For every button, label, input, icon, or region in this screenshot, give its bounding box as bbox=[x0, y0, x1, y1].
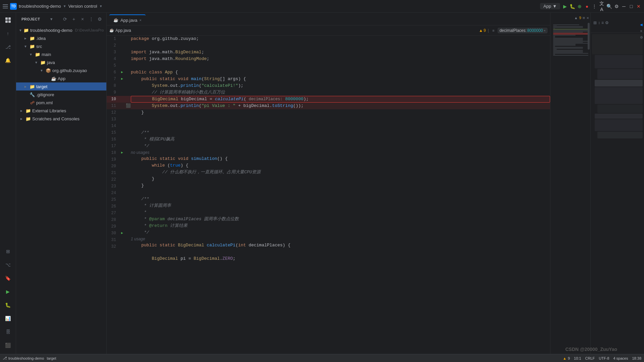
inline-hint-box[interactable]: decimalPlaces: 8000000 × bbox=[498, 28, 547, 33]
tree-path: D:\Devel\JavaPro bbox=[75, 28, 104, 32]
version-control-menu[interactable]: Version control bbox=[68, 4, 97, 9]
database-icon[interactable]: 🗄 bbox=[2, 326, 14, 338]
svg-rect-2 bbox=[5, 20, 8, 23]
linenum-14: 14 bbox=[107, 123, 119, 129]
minimap-close-icon[interactable]: × bbox=[586, 15, 589, 20]
right-strip-icon-1[interactable]: ◀ bbox=[640, 23, 643, 26]
search-everywhere-icon[interactable]: 🔍 bbox=[606, 4, 612, 9]
title-bar-left: TD troubleshooting-demo ▼ Version contro… bbox=[3, 3, 103, 10]
debug-icon[interactable]: 🐛 bbox=[570, 4, 575, 9]
plugins-icon[interactable]: ⊞ bbox=[2, 245, 14, 257]
gutter-row-24: 24 bbox=[107, 190, 131, 196]
status-spaces[interactable]: 4 spaces bbox=[613, 356, 628, 360]
coverage-icon[interactable]: ⊕ bbox=[577, 4, 582, 9]
run-icon[interactable]: ▶ bbox=[562, 4, 568, 9]
tab-close-button[interactable]: × bbox=[140, 18, 142, 22]
close-button[interactable]: ✕ bbox=[636, 4, 641, 9]
code-line-11: ⬛ System.out.println("pi Value : " + big… bbox=[131, 103, 550, 109]
more-actions-icon[interactable]: ⋮ bbox=[88, 15, 95, 23]
sync-icon[interactable]: ⟳ bbox=[61, 15, 69, 23]
status-warnings[interactable]: ▲ 9 bbox=[563, 356, 570, 360]
chevron-java: ▼ bbox=[34, 60, 39, 65]
code-line-5 bbox=[131, 62, 550, 69]
structure-icon-1[interactable]: ⊞ bbox=[593, 20, 597, 25]
tree-label-external-libs: External Libraries bbox=[32, 108, 66, 113]
toggle-softrap-btn[interactable]: ≡ bbox=[491, 28, 496, 33]
run-gutter-7[interactable]: ▶ bbox=[119, 76, 125, 82]
line-ending-label: CRLF bbox=[585, 356, 595, 360]
code-lines[interactable]: package org.github.zuuyao; import java.m… bbox=[131, 36, 550, 354]
status-branch[interactable]: ⎇ troubleshooting-demo bbox=[3, 356, 44, 360]
tree-item-external-libs[interactable]: ► 📁 External Libraries bbox=[16, 107, 106, 115]
right-strip-icon-2[interactable]: ≡ bbox=[640, 29, 642, 33]
structure-icon-2[interactable]: ↕ bbox=[598, 20, 600, 25]
right-strip-icon-3[interactable]: ⚙ bbox=[640, 36, 643, 39]
gutter-row-13: 13 bbox=[107, 116, 131, 123]
project-activity-icon[interactable] bbox=[2, 14, 14, 26]
sidebar-title-chevron[interactable]: ▼ bbox=[50, 17, 53, 21]
project-name[interactable]: troubleshooting-demo bbox=[19, 4, 61, 9]
tree-item-target[interactable]: ► 📁 target bbox=[16, 82, 106, 90]
status-bar-left: ⎇ troubleshooting-demo target bbox=[3, 356, 56, 360]
debug-activity-icon[interactable]: 🐛 bbox=[2, 299, 14, 311]
bp-gutter-11[interactable]: ⬛ bbox=[125, 103, 131, 109]
profiler-activity-icon[interactable]: 📊 bbox=[2, 312, 14, 324]
one-usage-hint: 1 usage bbox=[131, 236, 145, 242]
profiler-icon[interactable]: ● bbox=[584, 4, 590, 9]
status-encoding[interactable]: UTF-8 bbox=[599, 356, 609, 360]
minimize-button[interactable]: ─ bbox=[621, 4, 627, 9]
structure-icon-4[interactable]: ⚙ bbox=[605, 20, 609, 25]
structure-block-3 bbox=[597, 69, 643, 79]
app-label: App bbox=[543, 4, 551, 9]
gutter-row-19: 19 bbox=[107, 156, 131, 163]
minimap-scrollbar[interactable] bbox=[588, 23, 590, 50]
commit-activity-icon[interactable]: ↑ bbox=[2, 27, 14, 40]
tree-item-app[interactable]: ► ☕ App bbox=[16, 74, 106, 82]
gear-icon[interactable]: ⚙ bbox=[96, 15, 104, 23]
tab-app-java[interactable]: ☕ App.java × bbox=[109, 14, 146, 25]
notifications-icon[interactable]: 🔔 bbox=[2, 54, 14, 66]
bookmarks-icon[interactable]: 🔖 bbox=[2, 272, 14, 284]
tree-item-troubleshooting-demo[interactable]: ▼ 📁 troubleshooting-demo D:\Devel\JavaPr… bbox=[16, 26, 106, 34]
run-gutter-18[interactable]: ▶ bbox=[119, 149, 125, 156]
structure-icon-3[interactable]: ≡ bbox=[601, 20, 604, 25]
warning-indicator[interactable]: ▲ 9 bbox=[479, 28, 486, 33]
tree-item-idea[interactable]: ► 📁 .idea bbox=[16, 34, 106, 42]
run-gutter-30[interactable]: ▶ bbox=[119, 230, 125, 237]
tree-item-scratches[interactable]: ► 📁 Scratches and Consoles bbox=[16, 115, 106, 123]
pull-request-icon[interactable]: ⎇ bbox=[2, 41, 14, 53]
terminal-icon[interactable]: ⬛ bbox=[2, 339, 14, 351]
minimap-warning-count: 9 bbox=[579, 16, 581, 20]
tree-item-main[interactable]: ▼ 📁 main bbox=[16, 50, 106, 58]
settings-icon[interactable]: ⚙ bbox=[614, 4, 619, 9]
code-scroll-area[interactable]: 1 2 3 4 bbox=[107, 36, 550, 354]
tree-item-pom[interactable]: ► ☍ pom.xml bbox=[16, 99, 106, 107]
new-file-icon[interactable]: + bbox=[70, 15, 77, 23]
chevron-package: ▼ bbox=[39, 68, 44, 73]
file-icon-gitignore: 🔧 bbox=[30, 92, 35, 97]
tree-label-app: App bbox=[58, 76, 65, 81]
run-gutter-6[interactable]: ▶ bbox=[119, 69, 125, 76]
chevron-troubleshooting-demo: ▼ bbox=[19, 27, 22, 33]
warning-status-count: 9 bbox=[568, 356, 570, 360]
status-line-ending[interactable]: CRLF bbox=[585, 356, 595, 360]
tree-item-package[interactable]: ▼ 📦 org.github.zuuyao bbox=[16, 66, 106, 74]
hint-close-button[interactable]: × bbox=[544, 28, 546, 33]
close-sidebar-icon[interactable]: × bbox=[79, 15, 86, 23]
kw-import-2: import bbox=[131, 56, 147, 62]
status-position[interactable]: 10:1 bbox=[574, 356, 581, 360]
run-activity-icon[interactable]: ▶ bbox=[2, 286, 14, 298]
tree-item-java[interactable]: ▼ 📁 java bbox=[16, 58, 106, 66]
git-icon[interactable]: ⌥ bbox=[2, 259, 14, 271]
tree-item-gitignore[interactable]: ► 🔧 .gitignore bbox=[16, 90, 106, 99]
translate-icon[interactable]: 文A bbox=[599, 4, 604, 9]
minimap-toggle-icon[interactable]: ≡ bbox=[583, 15, 585, 20]
hamburger-menu[interactable] bbox=[3, 4, 8, 8]
gutter-row-16: 16 bbox=[107, 136, 131, 143]
app-run-button[interactable]: App ▼ bbox=[540, 3, 560, 9]
maximize-button[interactable]: □ bbox=[629, 4, 634, 9]
tree-item-src[interactable]: ▼ 📁 src bbox=[16, 42, 106, 50]
more-icon[interactable]: ⋮ bbox=[592, 4, 597, 9]
gutter-row-27: 27 bbox=[107, 210, 131, 217]
status-target[interactable]: target bbox=[47, 356, 56, 360]
